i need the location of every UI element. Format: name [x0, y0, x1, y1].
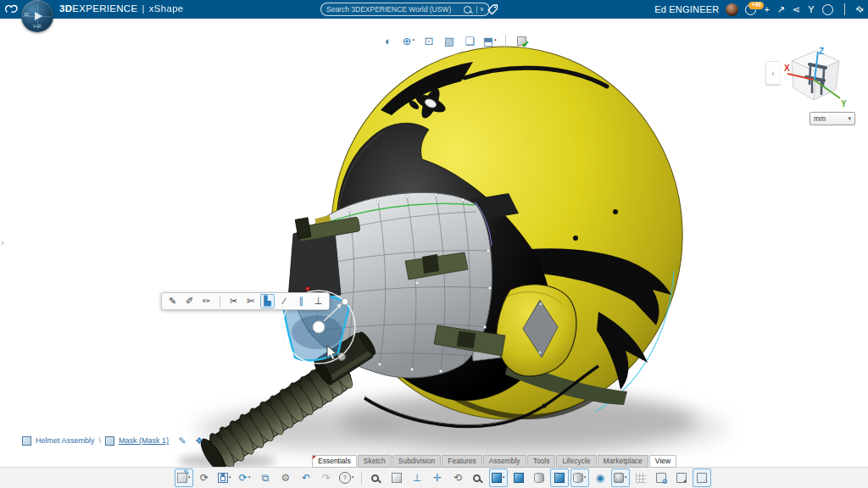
- iso-view-icon: [392, 473, 402, 483]
- redo-button[interactable]: ↷: [317, 469, 336, 487]
- zoom-fit-button[interactable]: [367, 469, 386, 487]
- breadcrumb-trail-icons: ✎❖·: [175, 434, 208, 447]
- tab-marketplace[interactable]: Marketplace: [598, 455, 648, 468]
- edit-face-icon: ✏: [203, 297, 210, 306]
- related-parts-dropdown-caret[interactable]: ·: [204, 436, 207, 445]
- select-volume-button[interactable]: ❏: [461, 32, 478, 49]
- 3d-viewport[interactable]: [0, 0, 868, 488]
- view-modes-button[interactable]: ⬒·: [481, 32, 498, 49]
- add-content-button[interactable]: +: [764, 5, 769, 14]
- left-panel-expand-icon[interactable]: ›: [1, 237, 4, 247]
- undo-button[interactable]: ↶: [297, 469, 315, 487]
- units-value: mm: [814, 114, 826, 123]
- trim-button[interactable]: ✂: [226, 294, 241, 308]
- collapse-window-button[interactable]: ⇄: [856, 5, 863, 14]
- capture-button[interactable]: ▧: [441, 32, 458, 49]
- ambient-occlusion-icon: [614, 473, 624, 483]
- notifications-button[interactable]: ✓+99: [745, 4, 756, 15]
- navigate-dropdown-caret[interactable]: ·: [412, 36, 415, 45]
- hidden-line-button[interactable]: ·: [570, 469, 589, 487]
- grid-button[interactable]: [632, 469, 650, 487]
- tab-subdivision[interactable]: Subdivision: [392, 455, 441, 468]
- search-icon[interactable]: [464, 6, 471, 14]
- bottom-toolbar: ·⟳·⟳·⧉⚙↶↷?·⊥✛⟲··◉·: [0, 467, 868, 488]
- tab-tools[interactable]: Tools: [527, 455, 556, 468]
- units-dropdown[interactable]: mm ▾: [810, 112, 855, 125]
- view-modes-dropdown-caret[interactable]: ·: [494, 36, 497, 45]
- help-button[interactable]: ?·: [337, 469, 356, 487]
- global-search[interactable]: ∨: [320, 3, 490, 16]
- model-check-button[interactable]: [513, 32, 530, 49]
- perpendicular-button[interactable]: ⊥: [311, 294, 326, 308]
- sculpt-brush-icon: ✐: [186, 297, 193, 306]
- shaded-button[interactable]: [509, 469, 528, 487]
- wireframe-button[interactable]: [530, 469, 548, 487]
- sculpt-brush-button[interactable]: ✐: [182, 294, 197, 308]
- help-button[interactable]: ?: [822, 4, 833, 15]
- normal-to-button[interactable]: ⊥: [408, 469, 426, 487]
- edit-part-icon: ✎: [178, 436, 186, 446]
- x-axis-label: X: [784, 64, 790, 73]
- center-handle[interactable]: [313, 321, 325, 333]
- hidden-line-dropdown-caret[interactable]: ·: [584, 474, 587, 482]
- 3d-compass[interactable]: 3D V+R: [21, 0, 53, 32]
- edit-face-button[interactable]: ✏: [199, 294, 214, 308]
- design-intent-button[interactable]: ·: [175, 469, 193, 487]
- user-name[interactable]: Ed ENGINEER: [654, 4, 719, 14]
- dassault-systemes-logo[interactable]: [4, 3, 19, 15]
- shaded-mode-button[interactable]: [550, 469, 569, 487]
- align-faces-button[interactable]: ▙: [260, 294, 275, 308]
- navigate-button[interactable]: ⊕·: [400, 32, 417, 49]
- 3dswym-button[interactable]: Y: [808, 5, 814, 14]
- search-scope-chevron-icon[interactable]: ∨: [480, 6, 484, 13]
- user-avatar[interactable]: [726, 3, 738, 16]
- untrim-icon: ✄: [247, 297, 254, 306]
- pan-button[interactable]: ✛: [428, 469, 447, 487]
- save-dropdown-caret[interactable]: ·: [229, 474, 231, 482]
- refresh-button[interactable]: ⟳·: [236, 469, 254, 487]
- zoom-button[interactable]: [469, 469, 487, 487]
- parallel-button[interactable]: ∥: [294, 294, 309, 308]
- ambient-occlusion-button[interactable]: ·: [611, 469, 630, 487]
- tag-icon[interactable]: [487, 3, 498, 15]
- tab-assembly[interactable]: Assembly: [483, 455, 526, 468]
- duplicate-button[interactable]: ⧉: [256, 469, 275, 487]
- shaded-with-edges-button[interactable]: ·: [489, 469, 508, 487]
- breadcrumb-root-link[interactable]: Helmet Assembly: [36, 436, 95, 445]
- related-parts-button[interactable]: ❖·: [194, 434, 208, 447]
- untrim-button[interactable]: ✄: [243, 294, 258, 308]
- ambient-occlusion-dropdown-caret[interactable]: ·: [625, 474, 627, 482]
- save-button[interactable]: ·: [215, 469, 234, 487]
- display-pointer-button[interactable]: [672, 469, 691, 487]
- breadcrumb-current-link[interactable]: Mask (Mask 1): [119, 436, 169, 445]
- tab-sketch[interactable]: Sketch: [358, 455, 392, 468]
- corner-handle[interactable]: [342, 298, 348, 305]
- display-toggle-button[interactable]: [693, 469, 711, 487]
- edit-curve-button[interactable]: ✎: [165, 294, 180, 308]
- top-bar: 3D V+R 3DEXPERIENCE|xShape ∨ Ed ENGINEER…: [0, 0, 868, 19]
- share-button[interactable]: ↗: [777, 5, 785, 14]
- brand-separator: |: [142, 3, 144, 14]
- tab-essentials[interactable]: Essentials: [312, 455, 357, 468]
- tab-view[interactable]: View: [649, 455, 676, 468]
- line-button[interactable]: ∕: [277, 294, 292, 308]
- settings-button[interactable]: ⚙: [276, 469, 295, 487]
- nav-cube[interactable]: X Y Z: [782, 46, 851, 117]
- collaborate-button[interactable]: ⋖: [793, 5, 800, 14]
- render-style-button[interactable]: ◐: [380, 32, 397, 49]
- zoom-icon: [473, 474, 481, 482]
- help-dropdown-caret[interactable]: ·: [352, 474, 354, 482]
- refresh-dropdown-caret[interactable]: ·: [248, 474, 251, 482]
- nav-cube-collapse-button[interactable]: ‹: [765, 61, 780, 85]
- shaded-with-edges-dropdown-caret[interactable]: ·: [503, 474, 505, 482]
- tab-lifecycle[interactable]: Lifecycle: [556, 455, 596, 468]
- zoom-region-button[interactable]: ⊡: [420, 32, 437, 49]
- rotate-button[interactable]: ⟲: [448, 469, 467, 487]
- model-views-button[interactable]: ⟳: [195, 469, 214, 487]
- display-performance-button[interactable]: [652, 469, 670, 487]
- iso-view-button[interactable]: [387, 469, 406, 487]
- edit-part-button[interactable]: ✎: [175, 434, 189, 447]
- visibility-button[interactable]: ◉: [591, 469, 609, 487]
- tab-features[interactable]: Features: [442, 455, 482, 468]
- search-input[interactable]: [326, 5, 461, 14]
